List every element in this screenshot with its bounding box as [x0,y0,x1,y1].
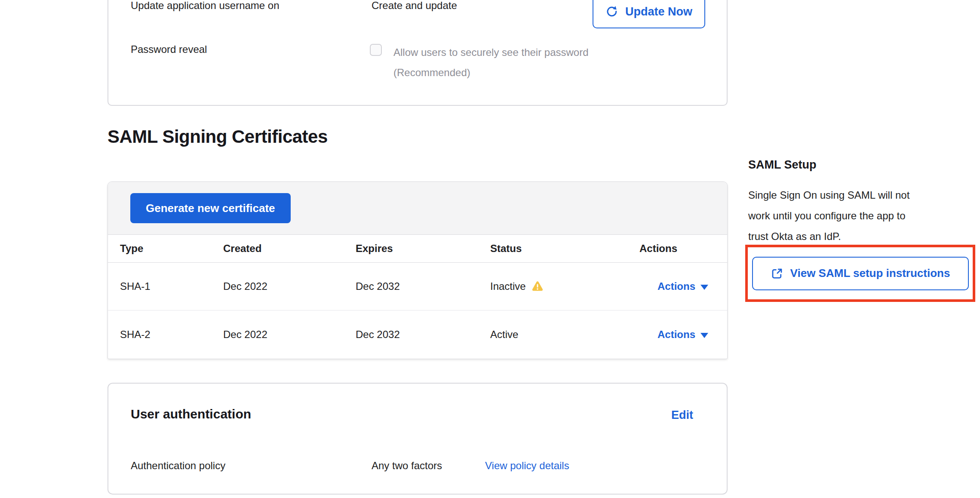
user-authentication-card: User authentication Edit Authentication … [108,383,728,495]
page-title: SAML Signing Certificates [108,126,328,147]
actions-dropdown[interactable]: Actions [629,280,727,292]
view-policy-details-link[interactable]: View policy details [485,459,569,472]
cell-created: Dec 2022 [211,280,344,292]
cell-expires: Dec 2032 [344,280,478,292]
column-header-status: Status [478,243,629,255]
authentication-policy-label: Authentication policy [131,459,225,472]
password-reveal-label: Password reveal [131,43,207,56]
table-row-sha1: SHA-1 Dec 2022 Dec 2032 Inactive Actions [108,263,727,310]
warning-icon [531,280,544,293]
refresh-icon [605,5,618,18]
password-reveal-checkbox[interactable] [370,44,382,56]
view-saml-instructions-label: View SAML setup instructions [790,267,950,280]
user-authentication-heading: User authentication [131,407,251,421]
authentication-policy-value: Any two factors [372,459,442,472]
saml-setup-heading: SAML Setup [748,158,817,172]
update-now-label: Update Now [625,5,692,18]
actions-label: Actions [657,280,695,292]
column-header-expires: Expires [344,243,478,255]
view-saml-instructions-button[interactable]: View SAML setup instructions [752,257,969,290]
certificates-panel: Generate new certificate Type Created Ex… [108,181,728,359]
edit-link[interactable]: Edit [671,409,693,422]
cell-status: Inactive [478,280,629,293]
password-reveal-description: Allow users to securely see their passwo… [393,42,634,83]
cell-expires: Dec 2032 [344,329,478,341]
column-header-type: Type [108,243,211,255]
annotation-highlight-box: View SAML setup instructions [745,245,975,302]
update-now-button[interactable]: Update Now [593,0,705,28]
status-text: Inactive [490,280,526,292]
table-row-sha2: SHA-2 Dec 2022 Dec 2032 Active Actions [108,310,727,359]
column-header-actions: Actions [629,243,727,255]
actions-dropdown[interactable]: Actions [629,329,727,341]
cell-type: SHA-2 [108,329,211,341]
password-reveal-description-line1: Allow users to securely see their passwo… [393,42,634,62]
status-text: Active [490,329,518,341]
saml-setup-description-line1: Single Sign On using SAML will not [748,185,980,206]
app-settings-card: Update application username on Create an… [108,0,728,106]
actions-label: Actions [657,329,695,341]
saml-setup-description-line3: trust Okta as an IdP. [748,226,980,247]
generate-certificate-button[interactable]: Generate new certificate [130,193,291,223]
column-header-created: Created [211,243,344,255]
cell-created: Dec 2022 [211,329,344,341]
username-update-label: Update application username on [131,0,280,12]
page-canvas: Update application username on Create an… [0,0,980,498]
cell-type: SHA-1 [108,280,211,292]
saml-setup-description: Single Sign On using SAML will not work … [748,185,980,247]
certificates-toolbar: Generate new certificate [108,182,727,235]
username-update-value: Create and update [372,0,457,12]
chevron-down-icon [700,333,708,338]
cell-status: Active [478,329,629,341]
saml-setup-description-line2: work until you configure the app to [748,206,980,226]
external-link-icon [771,267,783,280]
password-reveal-description-line2: (Recommended) [393,62,634,83]
chevron-down-icon [700,285,708,290]
table-header-row: Type Created Expires Status Actions [108,235,727,263]
